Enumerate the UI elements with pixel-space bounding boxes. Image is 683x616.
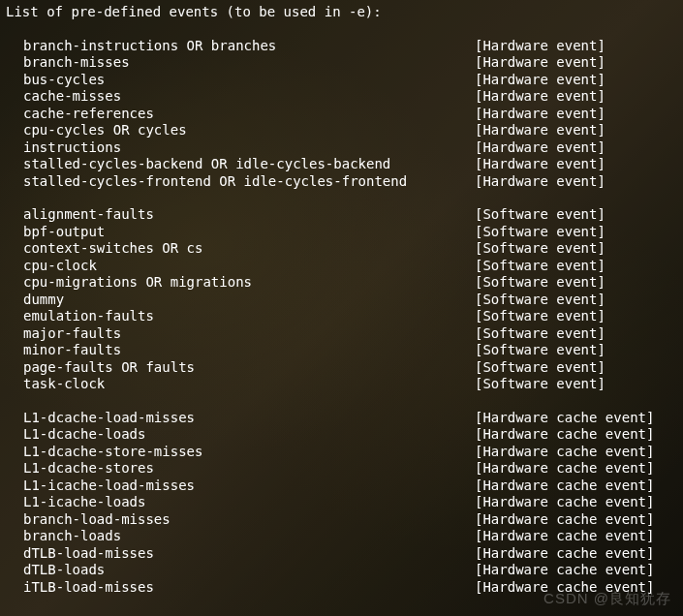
event-name: bus-cycles: [6, 72, 105, 89]
event-type: [Hardware event]: [475, 122, 605, 139]
event-name: instructions: [6, 139, 121, 157]
event-type: [Hardware event]: [475, 88, 605, 106]
event-name: L1-dcache-load-misses: [6, 410, 195, 427]
event-type: [Hardware cache event]: [475, 477, 654, 495]
event-line: major-faults[Software event]: [6, 325, 677, 343]
event-name: cache-references: [6, 106, 154, 123]
event-name: L1-dcache-stores: [6, 460, 154, 477]
event-type: [Hardware cache event]: [475, 410, 654, 427]
event-type: [Hardware cache event]: [475, 562, 654, 579]
event-line: L1-dcache-loads[Hardware cache event]: [6, 426, 677, 444]
event-line: L1-icache-load-misses[Hardware cache eve…: [6, 477, 677, 495]
event-name: cache-misses: [6, 88, 121, 106]
watermark-text: CSDN @良知犹存: [543, 590, 671, 608]
events-container: branch-instructions OR branches[Hardware…: [6, 38, 677, 597]
event-type: [Software event]: [475, 274, 605, 292]
event-line: L1-dcache-stores[Hardware cache event]: [6, 460, 677, 477]
event-type: [Software event]: [475, 359, 605, 377]
event-line: alignment-faults[Software event]: [6, 206, 677, 224]
event-name: cpu-cycles OR cycles: [6, 122, 187, 139]
event-name: page-faults OR faults: [6, 359, 195, 377]
event-name: context-switches OR cs: [6, 240, 202, 258]
event-type: [Software event]: [475, 224, 605, 241]
event-type: [Hardware event]: [475, 173, 605, 191]
event-line: branch-load-misses[Hardware cache event]: [6, 511, 677, 529]
event-type: [Hardware cache event]: [475, 511, 654, 529]
event-type: [Software event]: [475, 325, 605, 343]
event-type: [Hardware cache event]: [475, 528, 654, 545]
event-name: branch-load-misses: [6, 511, 171, 529]
event-name: L1-icache-loads: [6, 494, 145, 511]
event-name: bpf-output: [6, 224, 105, 241]
event-type: [Hardware event]: [475, 139, 605, 157]
event-line: branch-loads[Hardware cache event]: [6, 528, 677, 545]
event-name: task-clock: [6, 376, 105, 393]
event-line: cache-misses[Hardware event]: [6, 88, 677, 106]
event-type: [Hardware event]: [475, 72, 605, 89]
event-line: branch-instructions OR branches[Hardware…: [6, 38, 677, 55]
event-name: L1-dcache-loads: [6, 426, 145, 444]
event-name: branch-loads: [6, 528, 121, 545]
event-line: dTLB-load-misses[Hardware cache event]: [6, 545, 677, 563]
event-type: [Hardware cache event]: [475, 444, 654, 461]
group-separator: [6, 393, 677, 410]
event-line: cache-references[Hardware event]: [6, 106, 677, 123]
event-line: branch-misses[Hardware event]: [6, 54, 677, 72]
event-line: task-clock[Software event]: [6, 376, 677, 393]
event-name: dummy: [6, 292, 64, 309]
event-line: context-switches OR cs[Software event]: [6, 240, 677, 258]
event-line: stalled-cycles-frontend OR idle-cycles-f…: [6, 173, 677, 191]
event-name: minor-faults: [6, 342, 121, 359]
event-type: [Hardware event]: [475, 156, 605, 173]
event-line: dTLB-loads[Hardware cache event]: [6, 562, 677, 579]
event-line: L1-icache-loads[Hardware cache event]: [6, 494, 677, 511]
event-name: stalled-cycles-frontend OR idle-cycles-f…: [6, 173, 407, 191]
event-line: cpu-cycles OR cycles[Hardware event]: [6, 122, 677, 139]
event-name: L1-dcache-store-misses: [6, 444, 202, 461]
event-line: minor-faults[Software event]: [6, 342, 677, 359]
event-name: L1-icache-load-misses: [6, 477, 195, 495]
event-type: [Software event]: [475, 376, 605, 393]
event-type: [Software event]: [475, 240, 605, 258]
event-type: [Software event]: [475, 206, 605, 224]
event-name: iTLB-load-misses: [6, 579, 154, 597]
terminal-output: List of pre-defined events (to be used i…: [6, 4, 677, 596]
event-type: [Hardware cache event]: [475, 426, 654, 444]
event-name: stalled-cycles-backend OR idle-cycles-ba…: [6, 156, 390, 173]
event-name: cpu-migrations OR migrations: [6, 274, 252, 292]
event-type: [Hardware event]: [475, 54, 605, 72]
event-name: branch-misses: [6, 54, 130, 72]
event-type: [Software event]: [475, 258, 605, 275]
event-name: emulation-faults: [6, 308, 154, 325]
event-line: L1-dcache-store-misses[Hardware cache ev…: [6, 444, 677, 461]
event-type: [Software event]: [475, 308, 605, 325]
event-name: branch-instructions OR branches: [6, 38, 276, 55]
events-list-header: List of pre-defined events (to be used i…: [6, 4, 677, 21]
event-type: [Software event]: [475, 342, 605, 359]
event-type: [Hardware cache event]: [475, 460, 654, 477]
event-name: dTLB-loads: [6, 562, 105, 579]
event-line: emulation-faults[Software event]: [6, 308, 677, 325]
event-line: stalled-cycles-backend OR idle-cycles-ba…: [6, 156, 677, 173]
event-name: cpu-clock: [6, 258, 97, 275]
event-line: bpf-output[Software event]: [6, 224, 677, 241]
group-separator: [6, 190, 677, 206]
event-line: instructions[Hardware event]: [6, 139, 677, 157]
event-type: [Hardware event]: [475, 38, 605, 55]
event-type: [Hardware cache event]: [475, 545, 654, 563]
event-type: [Software event]: [475, 292, 605, 309]
event-line: dummy[Software event]: [6, 292, 677, 309]
event-line: cpu-clock[Software event]: [6, 258, 677, 275]
event-name: alignment-faults: [6, 206, 154, 224]
event-name: dTLB-load-misses: [6, 545, 154, 563]
event-line: page-faults OR faults[Software event]: [6, 359, 677, 377]
event-line: L1-dcache-load-misses[Hardware cache eve…: [6, 410, 677, 427]
event-type: [Hardware event]: [475, 106, 605, 123]
event-line: bus-cycles[Hardware event]: [6, 72, 677, 89]
event-line: cpu-migrations OR migrations[Software ev…: [6, 274, 677, 292]
event-name: major-faults: [6, 325, 121, 343]
event-type: [Hardware cache event]: [475, 494, 654, 511]
